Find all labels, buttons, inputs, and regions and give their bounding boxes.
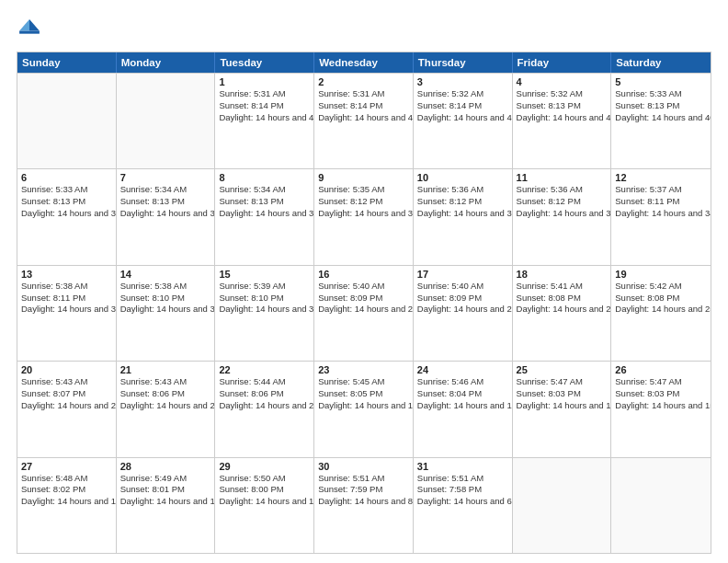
sunrise-line: Sunrise: 5:34 AM (120, 184, 211, 196)
calendar-cell: 4Sunrise: 5:32 AMSunset: 8:13 PMDaylight… (513, 74, 612, 168)
sunset-line: Sunset: 7:58 PM (417, 484, 508, 496)
calendar-row: 1Sunrise: 5:31 AMSunset: 8:14 PMDaylight… (17, 73, 711, 168)
daylight-line: Daylight: 14 hours and 35 minutes. (517, 208, 608, 220)
daylight-line: Daylight: 14 hours and 34 minutes. (615, 208, 707, 220)
day-number: 10 (417, 172, 508, 183)
calendar-body: 1Sunrise: 5:31 AMSunset: 8:14 PMDaylight… (17, 73, 711, 553)
day-number: 11 (517, 172, 608, 183)
calendar-cell: 2Sunrise: 5:31 AMSunset: 8:14 PMDaylight… (314, 74, 414, 168)
sunrise-line: Sunrise: 5:47 AM (517, 376, 608, 388)
daylight-line: Daylight: 14 hours and 26 minutes. (517, 304, 608, 316)
sunrise-line: Sunrise: 5:44 AM (219, 376, 310, 388)
sunrise-line: Sunrise: 5:50 AM (219, 473, 310, 485)
weekday-label: Sunday (17, 52, 117, 73)
daylight-line: Daylight: 14 hours and 19 minutes. (318, 400, 409, 412)
sunrise-line: Sunrise: 5:40 AM (318, 281, 409, 293)
daylight-line: Daylight: 14 hours and 39 minutes. (21, 208, 112, 220)
calendar-cell: 24Sunrise: 5:46 AMSunset: 8:04 PMDayligh… (414, 362, 513, 456)
calendar-cell: 1Sunrise: 5:31 AMSunset: 8:14 PMDaylight… (215, 74, 314, 168)
day-number: 3 (417, 76, 508, 87)
sunset-line: Sunset: 8:11 PM (615, 196, 707, 208)
sunrise-line: Sunrise: 5:51 AM (318, 473, 409, 485)
sunrise-line: Sunrise: 5:46 AM (417, 376, 508, 388)
calendar-row: 13Sunrise: 5:38 AMSunset: 8:11 PMDayligh… (17, 265, 711, 361)
sunset-line: Sunset: 8:04 PM (417, 388, 508, 400)
sunrise-line: Sunrise: 5:43 AM (120, 376, 211, 388)
calendar-cell: 17Sunrise: 5:40 AMSunset: 8:09 PMDayligh… (414, 266, 513, 361)
sunset-line: Sunset: 8:10 PM (120, 293, 211, 304)
sunset-line: Sunset: 8:13 PM (517, 100, 608, 112)
sunset-line: Sunset: 8:07 PM (21, 388, 112, 400)
day-number: 22 (219, 364, 310, 375)
weekday-label: Tuesday (215, 52, 314, 73)
calendar-cell (117, 74, 216, 168)
sunset-line: Sunset: 8:13 PM (219, 196, 310, 208)
svg-rect-2 (19, 31, 40, 34)
sunset-line: Sunset: 8:14 PM (417, 100, 508, 112)
calendar-cell: 31Sunrise: 5:51 AMSunset: 7:58 PMDayligh… (414, 458, 513, 553)
calendar-row: 6Sunrise: 5:33 AMSunset: 8:13 PMDaylight… (17, 168, 711, 264)
sunrise-line: Sunrise: 5:49 AM (120, 473, 211, 485)
daylight-line: Daylight: 14 hours and 24 minutes. (21, 400, 112, 412)
sunset-line: Sunset: 8:11 PM (21, 293, 112, 304)
sunset-line: Sunset: 8:14 PM (219, 100, 310, 112)
calendar-cell: 13Sunrise: 5:38 AMSunset: 8:11 PMDayligh… (17, 266, 117, 361)
daylight-line: Daylight: 14 hours and 37 minutes. (318, 208, 409, 220)
sunset-line: Sunset: 8:02 PM (21, 484, 112, 496)
sunrise-line: Sunrise: 5:31 AM (219, 88, 310, 100)
calendar-cell: 5Sunrise: 5:33 AMSunset: 8:13 PMDaylight… (611, 74, 711, 168)
sunrise-line: Sunrise: 5:40 AM (417, 281, 508, 293)
calendar-cell: 27Sunrise: 5:48 AMSunset: 8:02 PMDayligh… (17, 458, 117, 553)
day-number: 27 (21, 461, 112, 472)
calendar-cell: 9Sunrise: 5:35 AMSunset: 8:12 PMDaylight… (314, 169, 414, 264)
day-number: 9 (318, 172, 409, 183)
day-number: 13 (21, 269, 112, 280)
day-number: 16 (318, 269, 409, 280)
day-number: 19 (615, 269, 707, 280)
calendar-header: SundayMondayTuesdayWednesdayThursdayFrid… (17, 52, 711, 73)
calendar-cell: 19Sunrise: 5:42 AMSunset: 8:08 PMDayligh… (611, 266, 711, 361)
day-number: 12 (615, 172, 707, 183)
sunrise-line: Sunrise: 5:38 AM (120, 281, 211, 293)
calendar-cell: 20Sunrise: 5:43 AMSunset: 8:07 PMDayligh… (17, 362, 117, 456)
day-number: 23 (318, 364, 409, 375)
day-number: 24 (417, 364, 508, 375)
daylight-line: Daylight: 14 hours and 33 minutes. (21, 304, 112, 316)
daylight-line: Daylight: 14 hours and 13 minutes. (21, 496, 112, 508)
sunrise-line: Sunrise: 5:34 AM (219, 184, 310, 196)
daylight-line: Daylight: 14 hours and 36 minutes. (417, 208, 508, 220)
sunrise-line: Sunrise: 5:42 AM (615, 281, 707, 293)
day-number: 28 (120, 461, 211, 472)
daylight-line: Daylight: 14 hours and 21 minutes. (219, 400, 310, 412)
daylight-line: Daylight: 14 hours and 25 minutes. (615, 304, 707, 316)
daylight-line: Daylight: 14 hours and 38 minutes. (219, 208, 310, 220)
calendar-cell: 16Sunrise: 5:40 AMSunset: 8:09 PMDayligh… (314, 266, 414, 361)
day-number: 30 (318, 461, 409, 472)
daylight-line: Daylight: 14 hours and 8 minutes. (318, 496, 409, 508)
calendar-cell: 22Sunrise: 5:44 AMSunset: 8:06 PMDayligh… (215, 362, 314, 456)
daylight-line: Daylight: 14 hours and 22 minutes. (120, 400, 211, 412)
page: SundayMondayTuesdayWednesdayThursdayFrid… (0, 0, 728, 563)
calendar-row: 20Sunrise: 5:43 AMSunset: 8:07 PMDayligh… (17, 361, 711, 456)
sunrise-line: Sunrise: 5:31 AM (318, 88, 409, 100)
sunset-line: Sunset: 8:13 PM (120, 196, 211, 208)
calendar-cell (17, 74, 117, 168)
weekday-label: Saturday (611, 52, 711, 73)
sunrise-line: Sunrise: 5:51 AM (417, 473, 508, 485)
calendar-cell: 8Sunrise: 5:34 AMSunset: 8:13 PMDaylight… (215, 169, 314, 264)
sunset-line: Sunset: 8:12 PM (517, 196, 608, 208)
svg-marker-0 (29, 19, 40, 30)
calendar-cell: 29Sunrise: 5:50 AMSunset: 8:00 PMDayligh… (215, 458, 314, 553)
daylight-line: Daylight: 14 hours and 41 minutes. (517, 112, 608, 124)
daylight-line: Daylight: 14 hours and 10 minutes. (219, 496, 310, 508)
day-number: 5 (615, 76, 707, 87)
day-number: 6 (21, 172, 112, 183)
sunset-line: Sunset: 8:00 PM (219, 484, 310, 496)
sunrise-line: Sunrise: 5:43 AM (21, 376, 112, 388)
sunset-line: Sunset: 8:12 PM (417, 196, 508, 208)
sunrise-line: Sunrise: 5:38 AM (21, 281, 112, 293)
weekday-label: Thursday (414, 52, 513, 73)
sunrise-line: Sunrise: 5:48 AM (21, 473, 112, 485)
calendar-cell: 30Sunrise: 5:51 AMSunset: 7:59 PMDayligh… (314, 458, 414, 553)
calendar-cell (611, 458, 711, 553)
